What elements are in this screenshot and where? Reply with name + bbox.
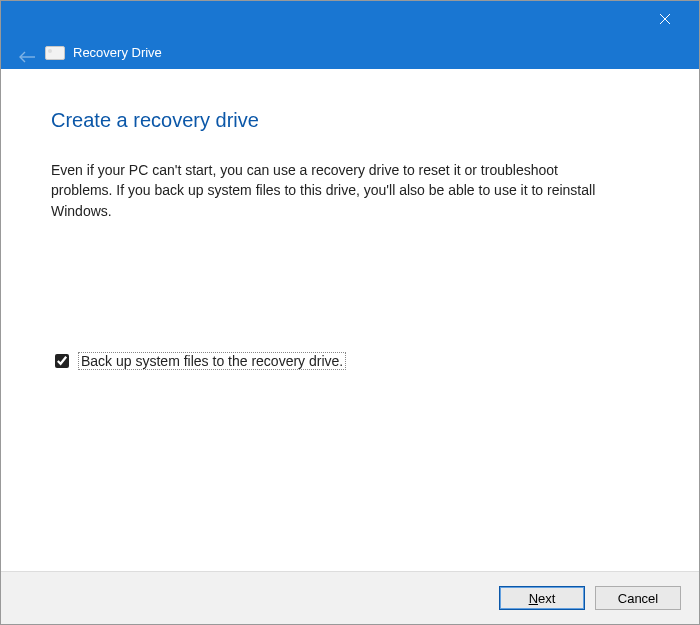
back-button[interactable]	[15, 45, 39, 69]
recovery-drive-wizard-window: Recovery Drive Create a recovery drive E…	[0, 0, 700, 625]
page-heading: Create a recovery drive	[51, 109, 649, 132]
backup-option-row: Back up system files to the recovery dri…	[51, 351, 649, 371]
next-button[interactable]: Next	[499, 586, 585, 610]
titlebar: Recovery Drive	[1, 1, 699, 69]
back-arrow-icon	[18, 50, 36, 64]
backup-checkbox-label[interactable]: Back up system files to the recovery dri…	[78, 352, 346, 370]
backup-checkbox[interactable]	[55, 354, 69, 368]
app-title: Recovery Drive	[73, 45, 162, 60]
app-header: Recovery Drive	[45, 45, 162, 60]
close-icon	[659, 13, 671, 25]
wizard-content: Create a recovery drive Even if your PC …	[1, 69, 699, 571]
close-button[interactable]	[645, 7, 685, 31]
wizard-footer: Next Cancel	[1, 571, 699, 624]
drive-icon	[45, 46, 65, 60]
page-description: Even if your PC can't start, you can use…	[51, 160, 611, 221]
cancel-button[interactable]: Cancel	[595, 586, 681, 610]
